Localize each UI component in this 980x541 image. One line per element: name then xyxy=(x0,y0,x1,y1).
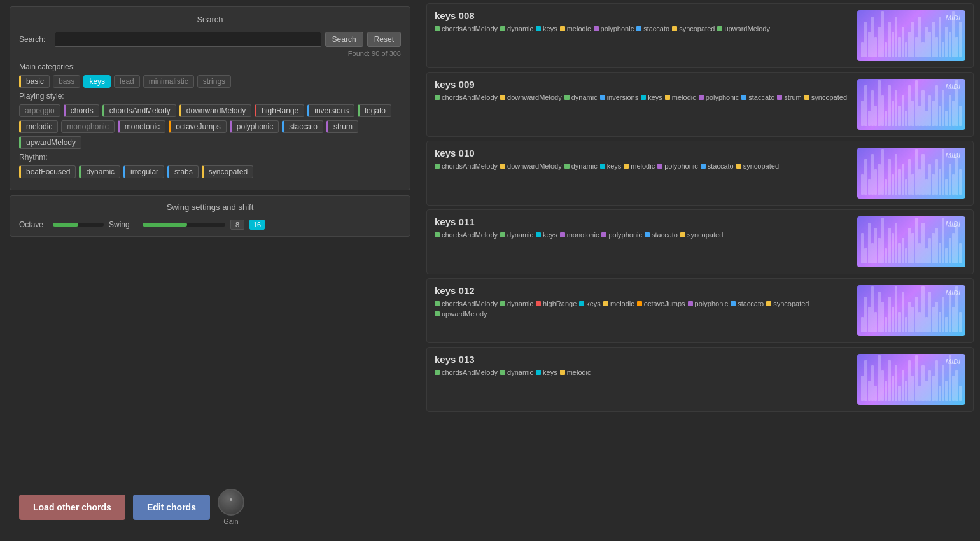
octave-slider[interactable] xyxy=(53,223,104,227)
tag-strings[interactable]: strings xyxy=(197,75,231,88)
tag-polyphonic[interactable]: polyphonic xyxy=(230,120,279,133)
tag-dot-icon xyxy=(564,95,570,100)
tag-dot-icon xyxy=(731,301,736,306)
midi-bar xyxy=(959,106,962,126)
tag-monotonic[interactable]: monotonic xyxy=(118,120,165,133)
midi-bar xyxy=(952,307,955,332)
tag-dot-icon xyxy=(641,95,646,100)
tag-dot-icon xyxy=(637,301,642,306)
midi-bar xyxy=(925,27,928,57)
tag-irregular[interactable]: irregular xyxy=(123,165,164,178)
midi-bar xyxy=(932,22,934,57)
tag-dynamic[interactable]: dynamic xyxy=(79,165,120,178)
tag-dot-icon xyxy=(741,95,746,100)
midi-bar xyxy=(932,376,934,401)
midi-bar xyxy=(908,159,911,195)
midi-bar xyxy=(928,370,931,401)
midi-bar xyxy=(898,243,900,263)
tag-beatFocused[interactable]: beatFocused xyxy=(19,165,76,178)
results-list[interactable]: keys 008chordsAndMelodydynamickeysmelodi… xyxy=(420,0,980,541)
result-card[interactable]: keys 008chordsAndMelodydynamickeysmelodi… xyxy=(426,3,974,68)
midi-bar xyxy=(915,149,918,195)
midi-bar xyxy=(935,85,938,126)
midi-bar xyxy=(902,164,904,195)
midi-bar xyxy=(918,312,921,332)
midi-bar xyxy=(932,233,934,263)
card-tags: chordsAndMelodydownwardMelodydynamickeys… xyxy=(435,162,851,170)
midi-bar xyxy=(921,223,924,263)
midi-bar xyxy=(861,376,864,401)
tag-inversions[interactable]: inversions xyxy=(307,104,354,117)
result-card[interactable]: keys 009chordsAndMelodydownwardMelodydyn… xyxy=(426,72,974,137)
card-tag: highRange xyxy=(536,300,577,307)
midi-bar xyxy=(921,365,924,401)
card-tags: chordsAndMelodydynamickeysmelodicpolypho… xyxy=(435,25,851,32)
search-label: Search: xyxy=(19,35,51,44)
tag-downwardMelody[interactable]: downwardMelody xyxy=(179,104,251,117)
tag-monophonic[interactable]: monophonic xyxy=(61,120,114,133)
tag-bass[interactable]: bass xyxy=(53,75,80,88)
midi-bar xyxy=(885,42,887,57)
midi-bar xyxy=(881,370,884,401)
tag-syncopated[interactable]: syncopated xyxy=(202,165,253,178)
search-button[interactable]: Search xyxy=(325,32,363,47)
midi-bar xyxy=(925,317,928,332)
midi-bar xyxy=(932,307,934,332)
tag-basic[interactable]: basic xyxy=(19,75,50,88)
tag-chords[interactable]: chords xyxy=(64,104,99,117)
result-card[interactable]: keys 011chordsAndMelodydynamickeysmonoto… xyxy=(426,209,974,274)
load-chords-button[interactable]: Load other chords xyxy=(19,495,125,520)
tag-dot-icon xyxy=(435,95,440,100)
tag-dot-icon xyxy=(600,95,605,100)
reset-button[interactable]: Reset xyxy=(367,32,401,47)
midi-bar xyxy=(898,386,900,401)
card-tag: dynamic xyxy=(500,231,533,239)
midi-bar xyxy=(921,154,924,195)
search-input[interactable] xyxy=(55,32,321,47)
gain-knob[interactable] xyxy=(218,489,244,516)
tag-upwardMelody[interactable]: upwardMelody xyxy=(19,136,81,149)
tag-melodic[interactable]: melodic xyxy=(19,120,58,133)
tag-arpeggio[interactable]: arpeggio xyxy=(19,104,60,117)
midi-bar xyxy=(881,95,884,126)
tag-lead[interactable]: lead xyxy=(114,75,140,88)
midi-bar xyxy=(911,233,914,263)
swing-val1[interactable]: 8 xyxy=(230,220,244,230)
midi-bar xyxy=(939,17,941,57)
tag-octaveJumps[interactable]: octaveJumps xyxy=(169,120,227,133)
result-card[interactable]: keys 010chordsAndMelodydownwardMelodydyn… xyxy=(426,141,974,206)
edit-chords-button[interactable]: Edit chords xyxy=(133,495,210,520)
midi-bar xyxy=(942,42,944,57)
found-text: Found: 90 of 308 xyxy=(19,50,401,57)
tag-dot-icon xyxy=(579,301,584,306)
midi-bar xyxy=(959,169,962,195)
midi-bar xyxy=(908,85,911,126)
tag-dot-icon xyxy=(500,232,505,237)
midi-bar xyxy=(902,370,904,401)
midi-bar xyxy=(864,159,867,195)
tag-staccato[interactable]: staccato xyxy=(282,120,323,133)
swing-slider[interactable] xyxy=(143,223,225,227)
midi-bar xyxy=(911,22,914,57)
tag-legato[interactable]: legato xyxy=(358,104,391,117)
midi-bar xyxy=(939,169,941,195)
card-tag: melodic xyxy=(665,94,696,101)
card-tag: dynamic xyxy=(500,300,533,307)
tag-stabs[interactable]: stabs xyxy=(167,165,199,178)
card-tag: staccato xyxy=(741,94,774,101)
tag-minimalistic[interactable]: minimalistic xyxy=(143,75,194,88)
midi-bar xyxy=(932,101,934,126)
tag-keys[interactable]: keys xyxy=(83,75,111,88)
card-title: keys 009 xyxy=(435,79,851,90)
midi-bar xyxy=(939,386,941,401)
result-card[interactable]: keys 013chordsAndMelodydynamickeysmelodi… xyxy=(426,347,974,412)
card-title: keys 011 xyxy=(435,216,851,227)
tag-dot-icon xyxy=(500,95,505,100)
midi-bar xyxy=(874,386,877,401)
tag-highRange[interactable]: highRange xyxy=(255,104,304,117)
result-card[interactable]: keys 012chordsAndMelodydynamichighRangek… xyxy=(426,278,974,343)
tag-strum[interactable]: strum xyxy=(326,120,358,133)
swing-val2[interactable]: 16 xyxy=(249,220,265,230)
tag-dot-icon xyxy=(699,95,704,100)
tag-chordsAndMelody[interactable]: chordsAndMelody xyxy=(102,104,176,117)
